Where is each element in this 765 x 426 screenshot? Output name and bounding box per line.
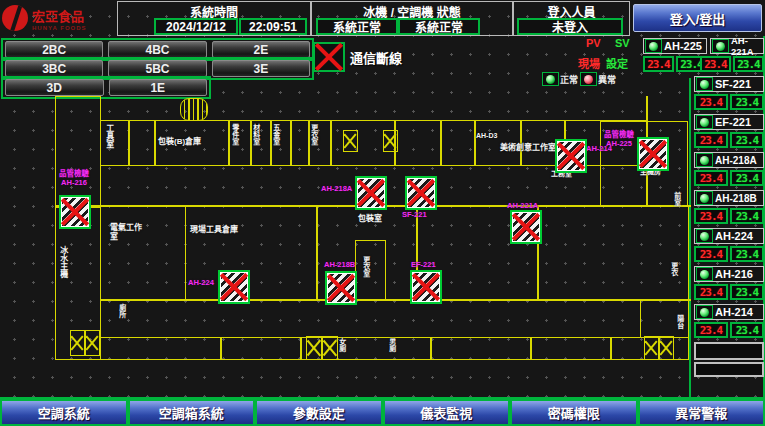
unit-lamp — [696, 77, 713, 91]
floor-button-2bc[interactable]: 2BC — [5, 41, 103, 58]
device-status-ah224[interactable] — [218, 270, 250, 304]
unit-slot-empty-2 — [694, 362, 764, 377]
comm-fail-label: 通信斷線 — [350, 48, 402, 67]
unit-name: SF-221 — [715, 78, 751, 90]
unit-values-ef221: 23.4 23.4 — [694, 132, 764, 148]
unit-row-ah225[interactable]: AH-225 — [643, 38, 707, 54]
legend-pv-desc: 現場 — [578, 55, 600, 71]
login-user-status: 未登入 — [517, 18, 623, 35]
nav-parameter-settings[interactable]: 參數設定 — [255, 399, 383, 426]
floor-button-2e[interactable]: 2E — [212, 41, 310, 58]
floor-button-4bc[interactable]: 4BC — [108, 41, 206, 58]
wall-divider — [610, 338, 612, 359]
system-clock-value: 22:09:51 — [239, 18, 307, 35]
unit-row-sf221[interactable]: SF-221 — [694, 76, 764, 92]
unit-sv: 23.4 — [730, 94, 764, 110]
panel-divider — [689, 78, 691, 397]
shaft-x-symbol — [306, 336, 322, 360]
room-label: 更衣室 — [362, 256, 370, 296]
room-label: 包裝(B)倉庫 — [158, 138, 201, 147]
shaft-x-symbol — [322, 336, 338, 360]
unit-slot-empty-1 — [694, 342, 764, 360]
wall-divider — [154, 121, 156, 165]
shaft-x-symbol — [383, 130, 398, 152]
floor-button-3e[interactable]: 3E — [212, 60, 310, 77]
unit-pv: 23.4 — [694, 94, 728, 110]
unit-values-ah221a: 23.4 23.4 — [700, 56, 764, 72]
wall-divider — [430, 338, 432, 359]
unit-lamp — [696, 229, 713, 243]
unit-row-ah218b[interactable]: AH-218B — [694, 190, 764, 206]
nav-meter-monitoring[interactable]: 儀表監視 — [383, 399, 511, 426]
legend-abnormal-label: 異常 — [598, 73, 616, 86]
unit-name: AH-218B — [715, 193, 757, 204]
login-logout-button[interactable]: 登入/登出 — [633, 4, 762, 32]
unit-name: AH-216 — [715, 268, 753, 280]
device-status-sf221[interactable] — [405, 176, 437, 210]
nav-ac-system[interactable]: 空調系統 — [0, 399, 128, 426]
floor-button-3d[interactable]: 3D — [5, 79, 104, 96]
wall-divider — [300, 338, 302, 359]
room-label: 美術創意工作室 — [500, 144, 556, 153]
device-status-ah216[interactable] — [59, 195, 91, 229]
unit-pv: 23.4 — [694, 170, 728, 186]
wall-divider — [220, 338, 222, 359]
unit-row-ah221a[interactable]: AH-221A — [710, 38, 764, 54]
unit-name: AH-218A — [715, 155, 757, 166]
unit-row-ah218a[interactable]: AH-218A — [694, 152, 764, 168]
room-label: 零件室 — [231, 124, 239, 164]
device-status-ef221[interactable] — [410, 270, 442, 304]
floor-button-1e[interactable]: 1E — [109, 79, 208, 96]
unit-values-ah225: 23.4 23.4 — [643, 56, 707, 72]
device-tag-ah224: AH-224 — [188, 279, 214, 288]
unit-values-ah214: 23.4 23.4 — [694, 322, 764, 338]
ac-status-value: 系統正常 — [398, 18, 480, 35]
unit-lamp — [645, 39, 662, 53]
chiller-status-value: 系統正常 — [316, 18, 398, 35]
unit-pv: 23.4 — [694, 322, 728, 338]
shaft-x-symbol — [659, 336, 674, 360]
room-label: 現場工具倉庫 — [190, 226, 238, 235]
unit-values-sf221: 23.4 23.4 — [694, 94, 764, 110]
nav-abnormal-alarm[interactable]: 異常警報 — [638, 399, 765, 426]
device-tag-ef221: EF-221 — [411, 261, 436, 270]
unit-name: AH-224 — [715, 230, 753, 242]
room-label: 包裝室 — [358, 215, 382, 224]
comm-fail-icon — [313, 42, 345, 72]
wall-divider — [290, 121, 292, 165]
floor-button-5bc[interactable]: 5BC — [108, 60, 206, 77]
stair-symbol — [180, 98, 208, 121]
brand-logo: 宏亞食品 HUNYA FOODS — [2, 2, 114, 34]
nav-password-permission[interactable]: 密碼權限 — [510, 399, 638, 426]
unit-row-ef221[interactable]: EF-221 — [694, 114, 764, 130]
brand-name-en: HUNYA FOODS — [32, 25, 87, 31]
legend-sv: SV — [615, 37, 630, 49]
wall-segment — [538, 206, 689, 300]
wall-divider — [228, 121, 230, 165]
unit-sv: 23.4 — [730, 246, 764, 262]
unit-pv: 23.4 — [694, 208, 728, 224]
shaft-x-symbol — [70, 330, 85, 356]
wall-divider — [330, 121, 332, 165]
device-status-ah225[interactable] — [637, 137, 669, 171]
wall-divider — [440, 121, 442, 165]
wall-divider — [128, 121, 130, 165]
unit-name: EF-221 — [715, 116, 751, 128]
brand-name: 宏亞食品 — [32, 6, 87, 25]
device-status-ah218a[interactable] — [355, 176, 387, 210]
nav-ahu-system[interactable]: 空調箱系統 — [128, 399, 256, 426]
unit-lamp — [696, 305, 713, 319]
unit-lamp — [696, 267, 713, 281]
device-status-ah218b[interactable] — [325, 271, 357, 305]
device-status-ah221a[interactable] — [510, 210, 542, 244]
unit-row-ah224[interactable]: AH-224 — [694, 228, 764, 244]
unit-pv: 23.4 — [694, 246, 728, 262]
unit-row-ah216[interactable]: AH-216 — [694, 266, 764, 282]
unit-row-ah214[interactable]: AH-214 — [694, 304, 764, 320]
room-label: 更衣室 — [310, 124, 318, 164]
legend-abnormal-lamp — [580, 72, 597, 86]
device-status-ah214[interactable] — [555, 139, 587, 173]
floor-button-3bc[interactable]: 3BC — [5, 60, 103, 77]
unit-name: AH-214 — [715, 306, 753, 318]
room-label: 工具室 — [104, 124, 113, 164]
